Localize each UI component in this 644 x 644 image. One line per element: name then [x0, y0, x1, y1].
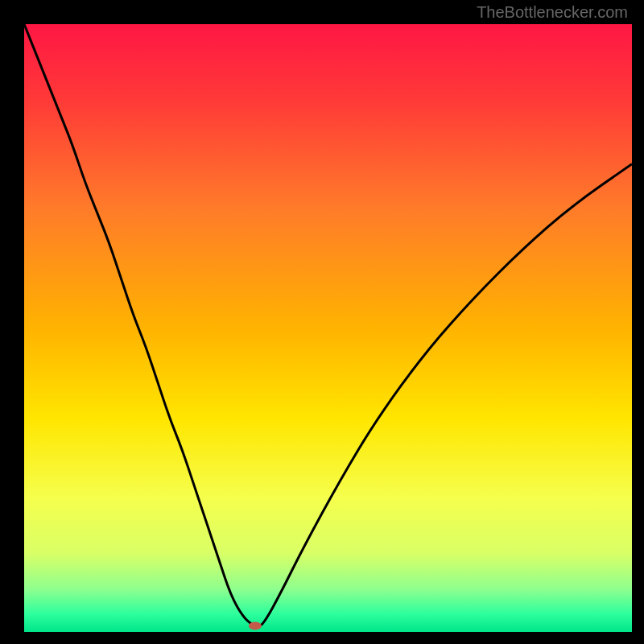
chart-background [24, 24, 632, 632]
bottleneck-chart [24, 24, 632, 632]
optimal-point-marker [249, 621, 262, 630]
watermark-text: TheBottlenecker.com [477, 3, 628, 22]
chart-plot-area [24, 24, 632, 632]
